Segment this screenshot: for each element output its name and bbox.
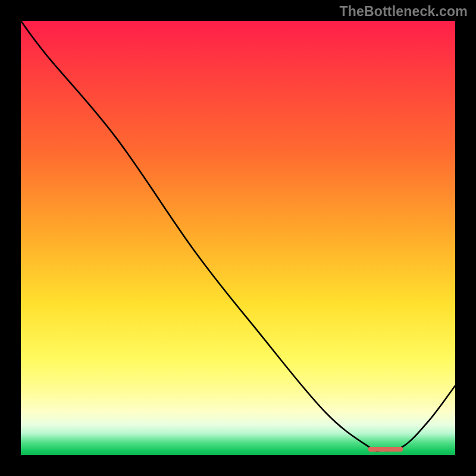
curve-path xyxy=(21,21,455,452)
plot-area xyxy=(21,21,455,455)
chart-frame: TheBottleneck.com xyxy=(0,0,476,476)
watermark-text: TheBottleneck.com xyxy=(339,4,468,20)
optimum-marker xyxy=(368,447,403,452)
bottleneck-curve xyxy=(21,21,455,455)
